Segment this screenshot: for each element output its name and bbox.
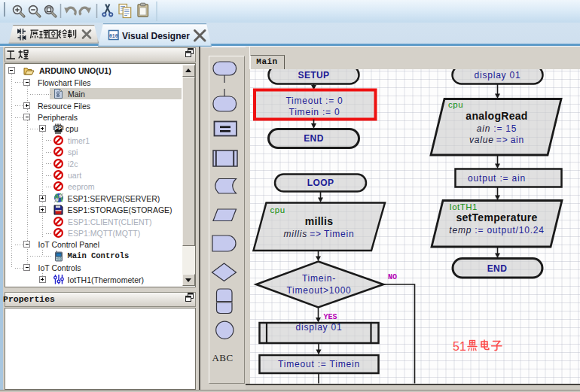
svg-text:Timeout := Timein: Timeout := Timein (278, 359, 360, 369)
svg-text:ain := 15: ain := 15 (476, 123, 517, 134)
svg-text:Timein := 0: Timein := 0 (288, 107, 340, 117)
svg-text:010: 010 (109, 34, 118, 39)
svg-text:cpu: cpu (448, 100, 463, 109)
svg-text:millis: millis (304, 215, 333, 227)
svg-text:ABC: ABC (212, 351, 233, 363)
svg-text:Timeout>1000: Timeout>1000 (286, 285, 351, 296)
svg-text:SETUP: SETUP (298, 70, 329, 81)
svg-text:setTemperature: setTemperature (456, 211, 537, 223)
svg-text:Visual Designer: Visual Designer (122, 31, 190, 41)
svg-text:cpu: cpu (270, 205, 285, 214)
svg-text:display 01: display 01 (474, 70, 520, 81)
svg-text:END: END (304, 133, 324, 144)
svg-text:temp := output/10.24: temp := output/10.24 (449, 225, 544, 236)
svg-text:display 01: display 01 (295, 322, 342, 333)
svg-text:analogRead: analogRead (466, 110, 527, 122)
svg-text:Timeout := 0: Timeout := 0 (285, 96, 343, 106)
svg-text:millis => Timein: millis => Timein (283, 229, 354, 239)
svg-text:51: 51 (453, 340, 466, 353)
svg-text:output := ain: output := ain (468, 173, 526, 184)
svg-text:END: END (487, 263, 507, 274)
svg-text:IotTH1: IotTH1 (449, 202, 478, 211)
svg-text:PP: PP (55, 126, 63, 131)
svg-text:value => ain: value => ain (469, 135, 524, 145)
svg-text:Timein-: Timein- (301, 273, 335, 284)
svg-text:LOOP: LOOP (307, 178, 334, 188)
svg-text:NO: NO (388, 273, 397, 281)
svg-text:YES: YES (323, 313, 337, 321)
